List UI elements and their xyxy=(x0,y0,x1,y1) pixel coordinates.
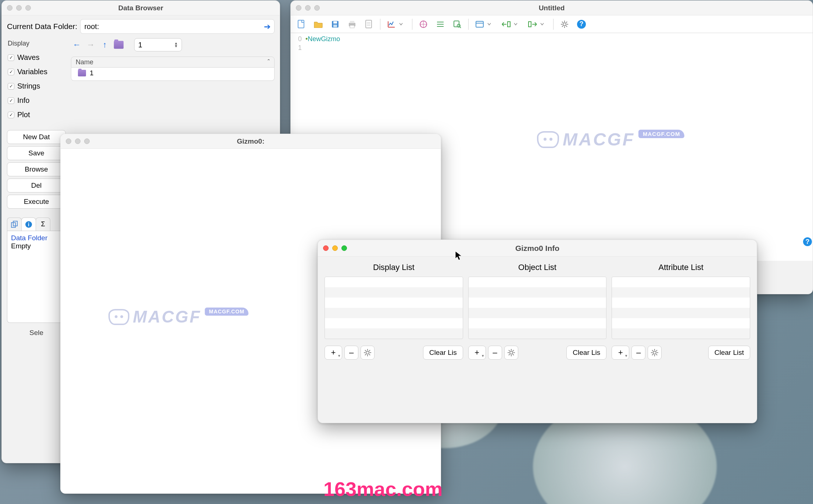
untitled-toolbar: ? xyxy=(291,15,813,33)
window-dd-icon[interactable] xyxy=(482,19,496,30)
list-icon[interactable] xyxy=(433,19,447,30)
svg-line-60 xyxy=(652,354,653,355)
add-button[interactable]: +▾ xyxy=(325,346,342,360)
help-corner-icon[interactable]: ? xyxy=(803,237,812,246)
settings-button[interactable] xyxy=(361,346,375,360)
gizmo-info-window: Gizmo0 Info Display List +▾ – Clear Lis … xyxy=(318,240,757,423)
delete-button[interactable]: Del xyxy=(7,179,66,192)
svg-rect-2 xyxy=(333,21,337,24)
code-line-0[interactable]: •NewGizmo xyxy=(305,35,340,44)
watermark-url: 163mac.com xyxy=(323,478,443,500)
display-list[interactable] xyxy=(325,277,463,339)
close-button[interactable] xyxy=(66,138,71,144)
chk-info[interactable]: ✓Info xyxy=(7,93,66,108)
svg-line-40 xyxy=(365,350,366,351)
svg-text:i: i xyxy=(28,222,29,227)
window-title: Untitled xyxy=(291,4,813,12)
traffic-lights[interactable] xyxy=(323,245,347,251)
page-icon[interactable] xyxy=(362,19,376,30)
chk-variables[interactable]: ✓Variables xyxy=(7,65,66,79)
clear-list-button[interactable]: Clear List xyxy=(708,346,750,360)
traffic-lights[interactable] xyxy=(66,138,90,144)
settings-button[interactable] xyxy=(648,346,662,360)
go-arrow-icon[interactable]: ➔ xyxy=(264,22,271,32)
chk-plot[interactable]: ✓Plot xyxy=(7,108,66,122)
svg-line-42 xyxy=(365,354,366,355)
svg-rect-0 xyxy=(298,20,304,28)
retrieve-in-dd-icon[interactable] xyxy=(509,19,523,30)
clear-list-button[interactable]: Clear Lis xyxy=(423,346,463,360)
list-header-name[interactable]: Name ˆ xyxy=(71,57,275,68)
nav-up-icon[interactable]: ↑ xyxy=(100,40,110,50)
close-button[interactable] xyxy=(296,5,301,11)
chk-strings[interactable]: ✓Strings xyxy=(7,79,66,93)
new-doc-icon[interactable] xyxy=(294,19,308,30)
nav-back-icon[interactable]: ← xyxy=(72,40,82,50)
maximize-button[interactable] xyxy=(341,245,347,251)
display-list-header: Display List xyxy=(325,260,463,277)
svg-point-53 xyxy=(653,351,656,354)
nav-forward-icon[interactable]: → xyxy=(86,40,96,50)
tab-info[interactable]: i xyxy=(21,217,36,231)
maximize-button[interactable] xyxy=(25,5,31,11)
new-data-button[interactable]: New Dat xyxy=(7,130,66,144)
object-list[interactable] xyxy=(468,277,607,339)
clear-list-button[interactable]: Clear Lis xyxy=(566,346,606,360)
cursor-pointer xyxy=(455,251,462,263)
save-icon[interactable] xyxy=(328,19,342,30)
cdf-input[interactable]: root: ➔ xyxy=(80,19,275,34)
minimize-button[interactable] xyxy=(332,245,338,251)
list-body[interactable]: 1 xyxy=(71,68,275,81)
folder-icon xyxy=(78,70,86,76)
minimize-button[interactable] xyxy=(16,5,22,11)
minimize-button[interactable] xyxy=(305,5,311,11)
svg-point-22 xyxy=(563,23,566,26)
retrieve-out-dd-icon[interactable] xyxy=(535,19,549,30)
close-button[interactable] xyxy=(7,5,12,11)
add-button[interactable]: +▾ xyxy=(468,346,486,360)
settings-button[interactable] xyxy=(504,346,518,360)
remove-button[interactable]: – xyxy=(344,346,358,360)
svg-line-50 xyxy=(513,354,514,355)
maximize-button[interactable] xyxy=(314,5,320,11)
print-icon[interactable] xyxy=(345,19,359,30)
gizmoinfo-titlebar[interactable]: Gizmo0 Info xyxy=(318,240,757,257)
help-icon[interactable]: ? xyxy=(574,19,588,30)
code-editor[interactable]: 0 1 •NewGizmo xyxy=(291,33,813,55)
maximize-button[interactable] xyxy=(84,138,90,144)
execute-button[interactable]: Execute xyxy=(7,195,66,209)
tab-copy[interactable] xyxy=(7,217,22,231)
traffic-lights[interactable] xyxy=(7,5,31,11)
open-folder-icon[interactable] xyxy=(311,19,325,30)
object-list-header: Object List xyxy=(468,260,607,277)
gizmo-titlebar[interactable]: Gizmo0: xyxy=(61,134,441,149)
remove-button[interactable]: – xyxy=(488,346,502,360)
svg-line-58 xyxy=(652,350,653,351)
close-button[interactable] xyxy=(323,245,329,251)
svg-rect-15 xyxy=(454,21,459,27)
tab-sum[interactable]: Σ xyxy=(36,217,50,231)
new-folder-icon[interactable] xyxy=(114,40,124,50)
folder-dropdown[interactable]: 1 ▲▼ xyxy=(134,38,182,51)
chart-dd-icon[interactable] xyxy=(394,19,408,30)
add-button[interactable]: +▾ xyxy=(612,346,629,360)
list-row[interactable]: 1 xyxy=(71,68,274,79)
gear-icon[interactable] xyxy=(558,19,572,30)
search-doc-icon[interactable] xyxy=(450,19,464,30)
browse-button[interactable]: Browse xyxy=(7,162,66,176)
svg-line-51 xyxy=(509,354,510,355)
code-line-1[interactable] xyxy=(305,44,340,53)
display-section: Display xyxy=(7,37,66,50)
save-button[interactable]: Save xyxy=(7,146,66,160)
remove-button[interactable]: – xyxy=(631,346,645,360)
cursor-circle-icon[interactable] xyxy=(416,19,430,30)
untitled-titlebar[interactable]: Untitled xyxy=(291,1,813,15)
attribute-list[interactable] xyxy=(612,277,750,339)
attribute-list-column: Attribute List +▾ – Clear List xyxy=(612,260,750,360)
object-list-column: Object List +▾ – Clear Lis xyxy=(468,260,607,360)
traffic-lights[interactable] xyxy=(296,5,320,11)
minimize-button[interactable] xyxy=(75,138,80,144)
chk-waves[interactable]: ✓Waves xyxy=(7,50,66,65)
info-pane: Data Folder Empty xyxy=(7,231,66,323)
databrowser-titlebar[interactable]: Data Browser xyxy=(2,1,280,15)
